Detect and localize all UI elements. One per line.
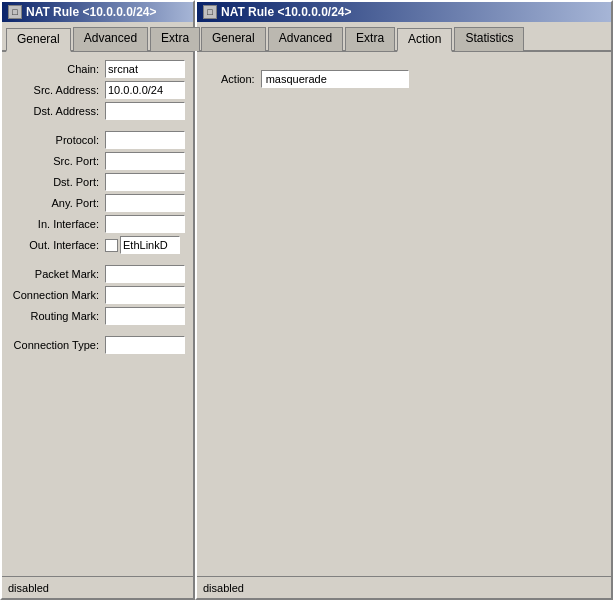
tab-advanced-right[interactable]: Advanced [268,27,343,51]
connection-type-input[interactable] [105,336,185,354]
out-interface-checkbox-row [105,236,180,254]
action-field-label: Action: [221,73,255,85]
left-window: □ NAT Rule <10.0.0.0/24> General Advance… [0,0,195,600]
src-port-label: Src. Port: [10,155,105,167]
connection-mark-label: Connection Mark: [10,289,105,301]
tab-action-right[interactable]: Action [397,28,452,52]
out-interface-row: Out. Interface: [10,236,185,254]
connection-mark-input[interactable] [105,286,185,304]
tab-statistics-right[interactable]: Statistics [454,27,524,51]
left-window-icon: □ [8,5,22,19]
right-window: □ NAT Rule <10.0.0.0/24> General Advance… [195,0,613,600]
dst-address-input[interactable] [105,102,185,120]
src-port-row: Src. Port: [10,152,185,170]
action-input[interactable] [261,70,409,88]
left-status-bar: disabled [2,576,193,598]
in-interface-row: In. Interface: [10,215,185,233]
out-interface-input[interactable] [120,236,180,254]
in-interface-label: In. Interface: [10,218,105,230]
routing-mark-row: Routing Mark: [10,307,185,325]
src-address-input[interactable] [105,81,185,99]
left-status-text: disabled [8,582,49,594]
out-interface-checkbox[interactable] [105,239,118,252]
in-interface-input[interactable] [105,215,185,233]
routing-mark-input[interactable] [105,307,185,325]
right-window-title: NAT Rule <10.0.0.0/24> [221,5,352,19]
protocol-row: Protocol: [10,131,185,149]
any-port-row: Any. Port: [10,194,185,212]
connection-mark-row: Connection Mark: [10,286,185,304]
any-port-label: Any. Port: [10,197,105,209]
dst-port-row: Dst. Port: [10,173,185,191]
packet-mark-input[interactable] [105,265,185,283]
src-address-label: Src. Address: [10,84,105,96]
left-window-title: NAT Rule <10.0.0.0/24> [26,5,157,19]
dst-address-label: Dst. Address: [10,105,105,117]
right-content-area: Action: [197,52,611,576]
action-content: Action: [205,60,603,102]
chain-row: Chain: [10,60,185,78]
tab-general-right[interactable]: General [201,27,266,51]
right-window-icon: □ [203,5,217,19]
tab-general-left[interactable]: General [6,28,71,52]
chain-label: Chain: [10,63,105,75]
right-status-bar: disabled [197,576,611,598]
connection-type-row: Connection Type: [10,336,185,354]
right-tabs-bar: General Advanced Extra Action Statistics [197,22,611,52]
left-tabs-bar: General Advanced Extra Action [2,22,193,52]
connection-type-label: Connection Type: [10,339,105,351]
dst-address-row: Dst. Address: [10,102,185,120]
src-address-row: Src. Address: [10,81,185,99]
dst-port-label: Dst. Port: [10,176,105,188]
chain-input[interactable] [105,60,185,78]
packet-mark-label: Packet Mark: [10,268,105,280]
out-interface-label: Out. Interface: [10,239,105,251]
left-content-area: Chain: Src. Address: Dst. Address: Proto… [2,52,193,576]
tab-advanced-left[interactable]: Advanced [73,27,148,51]
dst-port-input[interactable] [105,173,185,191]
protocol-label: Protocol: [10,134,105,146]
right-status-text: disabled [203,582,244,594]
routing-mark-label: Routing Mark: [10,310,105,322]
left-title-bar: □ NAT Rule <10.0.0.0/24> [2,2,193,22]
action-row: Action: [221,70,587,88]
protocol-input[interactable] [105,131,185,149]
packet-mark-row: Packet Mark: [10,265,185,283]
right-title-bar: □ NAT Rule <10.0.0.0/24> [197,2,611,22]
tab-extra-right[interactable]: Extra [345,27,395,51]
tab-extra-left[interactable]: Extra [150,27,200,51]
src-port-input[interactable] [105,152,185,170]
any-port-input[interactable] [105,194,185,212]
